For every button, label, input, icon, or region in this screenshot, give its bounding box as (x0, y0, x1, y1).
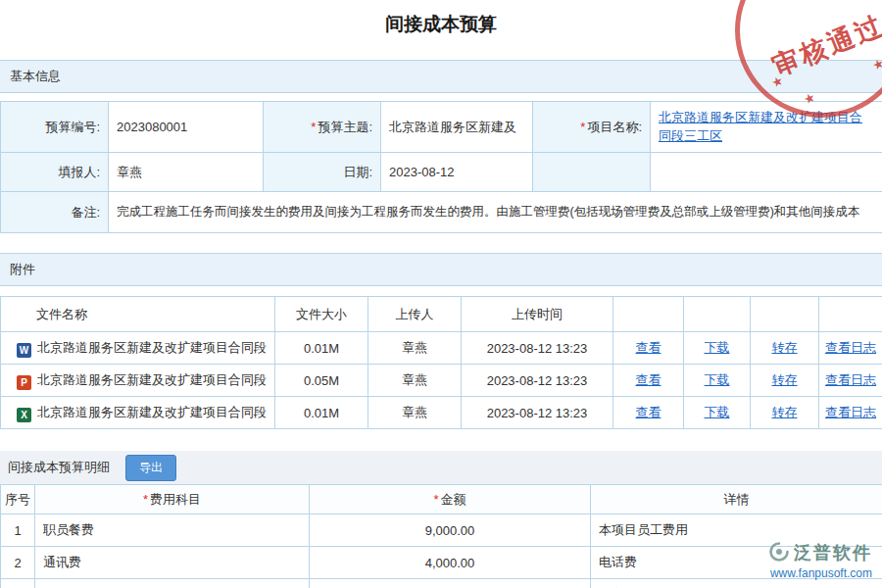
col-header-file-size: 文件大小 (275, 297, 368, 332)
export-button[interactable]: 导出 (125, 455, 176, 481)
section-header-basic-info: 基本信息 (0, 60, 882, 93)
uploader: 章燕 (368, 397, 462, 429)
ppt-file-icon: P (17, 375, 31, 390)
seq-no: 1 (1, 514, 35, 547)
file-name-text: 北京路道服务区新建及改扩建项目合同段 (37, 405, 267, 419)
file-name-cell: X北京路道服务区新建及改扩建项目合同段 (1, 397, 275, 429)
required-mark: * (580, 120, 585, 134)
col-header-empty (684, 297, 751, 332)
amount: 15,000.00 (310, 579, 591, 588)
date-label: 日期: (264, 153, 381, 192)
detail-row: 3 业务招待费 15,000.00 请客户或者合作伙伴吃饭费用 (1, 579, 882, 588)
col-header-file-name: 文件名称 (1, 297, 275, 332)
page-title: 间接成本预算 (0, 0, 882, 47)
file-name-cell: P北京路道服务区新建及改扩建项目合同段 (1, 365, 275, 397)
budget-subject-label: *预算主题: (264, 102, 381, 153)
filler-label: 填报人: (1, 153, 109, 192)
col-header-empty (819, 297, 882, 332)
budget-subject-value: 北京路道服务区新建及 (381, 102, 533, 153)
empty-value-cell (651, 153, 882, 192)
expense-subject: 业务招待费 (35, 579, 310, 588)
date-value: 2023-08-12 (381, 153, 533, 192)
fanpu-logo-icon (769, 542, 789, 564)
detail-row: 2 通讯费 4,000.00 电话费 (1, 547, 882, 579)
upload-time: 2023-08-12 13:23 (462, 397, 613, 429)
uploader: 章燕 (368, 332, 462, 365)
required-mark: * (311, 120, 316, 134)
col-header-upload-time: 上传时间 (462, 297, 613, 332)
file-size: 0.01M (275, 332, 368, 365)
transfer-link[interactable]: 转存 (772, 340, 798, 355)
amount: 4,000.00 (310, 547, 591, 579)
download-link[interactable]: 下载 (705, 372, 730, 387)
file-name-text: 北京路道服务区新建及改扩建项目合同段 (37, 340, 267, 355)
col-header-seq: 序号 (1, 485, 35, 514)
file-name-cell: W北京路道服务区新建及改扩建项目合同段 (1, 332, 275, 365)
section-header-details: 间接成本预算明细 导出 (0, 451, 882, 484)
budget-no-value: 2023080001 (109, 102, 264, 153)
remark-label: 备注: (1, 192, 109, 233)
transfer-link[interactable]: 转存 (772, 405, 798, 419)
view-link[interactable]: 查看 (636, 340, 662, 355)
seq-no: 2 (1, 547, 35, 579)
file-name-text: 北京路道服务区新建及改扩建项目合同段 (37, 372, 267, 387)
attachments-table: 文件名称 文件大小 上传人 上传时间 W北京路道服务区新建及改扩建项目合同段 0… (0, 296, 882, 429)
details-section-title: 间接成本预算明细 (8, 459, 110, 476)
details-table: 序号 *费用科目 *金额 详情 1 职员餐费 9,000.00 本项目员工费用 … (0, 484, 882, 588)
detail-row: 1 职员餐费 9,000.00 本项目员工费用 (1, 514, 882, 547)
remark-value: 完成工程施工任务而间接发生的费用及间接为工程服务而发生的费用。由施工管理费(包括… (109, 192, 882, 233)
empty-label-cell (533, 153, 651, 192)
required-mark: * (433, 492, 438, 507)
col-header-empty (751, 297, 819, 332)
brand-url: www.fanpusoft.com (769, 566, 872, 580)
view-link[interactable]: 查看 (636, 405, 662, 419)
word-file-icon: W (17, 343, 31, 358)
details-header-row: 序号 *费用科目 *金额 详情 (1, 485, 882, 514)
filler-value: 章燕 (109, 153, 264, 192)
attachments-header-row: 文件名称 文件大小 上传人 上传时间 (1, 297, 882, 332)
upload-time: 2023-08-12 13:23 (462, 332, 613, 365)
col-header-subject: *费用科目 (35, 485, 310, 514)
expense-subject: 职员餐费 (35, 514, 310, 547)
basic-info-table: 预算编号: 2023080001 *预算主题: 北京路道服务区新建及 *项目名称… (0, 101, 882, 233)
col-header-empty (613, 297, 684, 332)
expense-subject: 通讯费 (35, 547, 310, 579)
seq-no: 3 (1, 579, 35, 588)
attachment-row: P北京路道服务区新建及改扩建项目合同段 0.05M 章燕 2023-08-12 … (1, 365, 882, 397)
required-mark: * (143, 492, 148, 507)
col-header-amount: *金额 (310, 485, 591, 514)
attachment-row: X北京路道服务区新建及改扩建项目合同段 0.01M 章燕 2023-08-12 … (1, 397, 882, 429)
download-link[interactable]: 下载 (705, 405, 730, 419)
download-link[interactable]: 下载 (705, 340, 730, 355)
view-log-link[interactable]: 查看日志 (825, 372, 876, 387)
section-header-attachments: 附件 (0, 253, 882, 286)
project-name-cell: 北京路道服务区新建及改扩建项目合同段三工区 (651, 102, 882, 153)
view-log-link[interactable]: 查看日志 (825, 340, 876, 355)
view-log-link[interactable]: 查看日志 (825, 405, 876, 419)
project-name-link[interactable]: 北京路道服务区新建及改扩建项目合同段三工区 (659, 110, 862, 143)
budget-no-label: 预算编号: (1, 102, 109, 153)
file-size: 0.05M (275, 365, 368, 397)
col-header-uploader: 上传人 (368, 297, 462, 332)
project-name-label: *项目名称: (533, 102, 651, 153)
file-size: 0.01M (275, 397, 368, 429)
view-link[interactable]: 查看 (636, 372, 662, 387)
col-header-detail: 详情 (591, 485, 882, 514)
brand-watermark: 泛普软件 www.fanpusoft.com (769, 541, 872, 580)
transfer-link[interactable]: 转存 (772, 372, 798, 387)
uploader: 章燕 (368, 365, 462, 397)
attachment-row: W北京路道服务区新建及改扩建项目合同段 0.01M 章燕 2023-08-12 … (1, 332, 882, 365)
excel-file-icon: X (17, 408, 31, 422)
upload-time: 2023-08-12 13:23 (462, 365, 613, 397)
brand-name: 泛普软件 (794, 541, 872, 564)
amount: 9,000.00 (310, 514, 591, 547)
